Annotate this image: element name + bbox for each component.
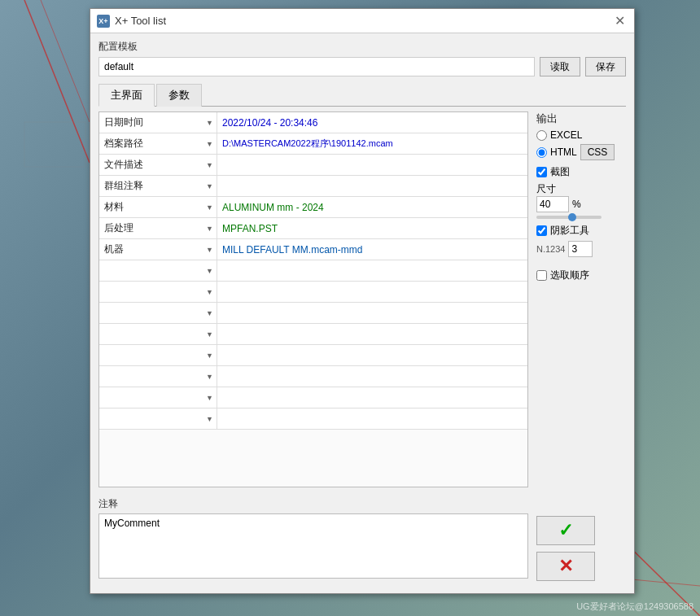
pct-label: % [572,199,581,210]
field-row-empty-8: ▼ [99,282,527,303]
field-row-material: 材料 ▼ ALUMINUM mm - 2024 [99,197,527,218]
field-row-group: 群组注释 ▼ [99,176,527,197]
field-value-postprocess: MPFAN.PST [222,223,278,234]
main-dialog: X+ X+ Tool list ✕ 配置模板 读取 保存 主界面 参数 [90,8,635,594]
capture-section: 截图 尺寸 % [536,165,626,219]
slider-container [536,216,626,219]
dropdown-arrow-path[interactable]: ▼ [206,140,213,148]
output-title: 输出 [536,111,626,126]
dropdown-arrow-date[interactable]: ▼ [206,119,213,127]
notes-textarea[interactable]: MyComment [98,513,528,579]
n1234-row: N.1234 [536,241,626,257]
ok-button[interactable]: ✓ [536,516,595,545]
select-order-label: 选取顺序 [550,269,589,282]
spacer [536,282,626,516]
excel-label: EXCEL [550,129,582,141]
size-slider[interactable] [536,216,602,219]
field-value-machine: MILL DEFAULT MM.mcam-mmd [222,244,362,256]
dropdown-arrow-13[interactable]: ▼ [206,394,213,402]
field-row-date: 日期时间 ▼ 2022/10/24 - 20:34:46 [99,112,527,133]
config-section: 配置模板 读取 保存 [98,40,626,76]
css-button[interactable]: CSS [580,144,615,160]
field-row-postprocess: 后处理 ▼ MPFAN.PST [99,218,527,239]
dropdown-arrow-10[interactable]: ▼ [206,330,213,339]
field-row-empty-7: ▼ [99,260,527,282]
field-row-empty-10: ▼ [99,324,527,345]
config-row: 读取 保存 [98,57,626,76]
cancel-icon: ✕ [558,556,573,577]
svg-line-0 [24,0,90,163]
field-value-material: ALUMINUM mm - 2024 [222,202,324,213]
dropdown-arrow-postprocess[interactable]: ▼ [206,225,213,233]
dropdown-arrow-11[interactable]: ▼ [206,352,213,360]
tabs: 主界面 参数 [98,83,626,107]
capture-label: 截图 [550,165,570,179]
dropdown-arrow-group[interactable]: ▼ [206,182,213,190]
shadow-label: 阴影工具 [550,224,589,238]
radio-html[interactable] [536,147,547,158]
config-input[interactable] [98,57,535,76]
read-button[interactable]: 读取 [540,57,580,76]
capture-checkbox[interactable] [536,167,547,177]
dialog-body: 配置模板 读取 保存 主界面 参数 日期 [90,33,634,593]
radio-row-html: HTML [536,146,577,158]
size-input[interactable] [536,196,569,212]
action-buttons: ✓ ✕ [536,516,626,581]
select-order-row: 选取顺序 [536,269,626,282]
checkbox-shadow-row: 阴影工具 [536,224,626,238]
dropdown-arrow-desc[interactable]: ▼ [206,161,213,169]
size-label-text: 尺寸 [536,182,626,196]
field-row-machine: 机器 ▼ MILL DEFAULT MM.mcam-mmd [99,239,527,260]
field-row-empty-13: ▼ [99,387,527,408]
field-row-empty-12: ▼ [99,366,527,387]
field-value-date: 2022/10/24 - 20:34:46 [222,117,317,129]
watermark: UG爱好者论坛@1249306588 [576,601,693,613]
title-bar-left: X+ X+ Tool list [97,15,166,28]
field-label-date: 日期时间 ▼ [99,112,217,133]
radio-excel[interactable] [536,130,547,141]
dropdown-arrow-14[interactable]: ▼ [206,415,213,423]
html-label: HTML [550,146,577,158]
shadow-checkbox[interactable] [536,225,547,236]
notes-section: 注释 MyComment [98,497,528,581]
tab-main[interactable]: 主界面 [98,84,155,107]
dropdown-arrow-8[interactable]: ▼ [206,288,213,296]
field-row-empty-9: ▼ [99,303,527,324]
html-css-row: HTML CSS [536,144,626,160]
ok-icon: ✓ [558,520,573,541]
dropdown-arrow-material[interactable]: ▼ [206,203,213,212]
save-button[interactable]: 保存 [585,57,626,76]
dropdown-arrow-machine[interactable]: ▼ [206,246,213,254]
cancel-button[interactable]: ✕ [536,552,595,581]
title-bar: X+ X+ Tool list ✕ [90,9,634,33]
select-order-checkbox[interactable] [536,270,547,281]
notes-label: 注释 [98,497,528,511]
output-section: 输出 EXCEL HTML CSS [536,111,626,160]
dialog-title: X+ Tool list [115,15,166,27]
n1234-label: N.1234 [536,244,565,254]
field-row-desc: 文件描述 ▼ [99,155,527,176]
close-button[interactable]: ✕ [611,13,628,29]
slider-thumb [568,213,576,221]
shadow-section: 阴影工具 N.1234 [536,224,626,257]
field-row-empty-14: ▼ [99,408,527,430]
field-row-empty-11: ▼ [99,345,527,366]
fields-area: 日期时间 ▼ 2022/10/24 - 20:34:46 档案路径 ▼ [98,111,528,487]
dialog-icon: X+ [97,15,110,28]
dropdown-arrow-9[interactable]: ▼ [206,309,213,317]
dropdown-arrow-7[interactable]: ▼ [206,267,213,275]
checkbox-capture-row: 截图 [536,165,626,179]
radio-row-excel: EXCEL [536,129,626,141]
field-row-path: 档案路径 ▼ D:\MASTERCAM2022程序\1901142.mcam [99,133,527,155]
config-label: 配置模板 [98,40,626,54]
tab-params[interactable]: 参数 [156,84,202,107]
n1234-input[interactable] [568,241,593,257]
field-value-path: D:\MASTERCAM2022程序\1901142.mcam [222,138,393,150]
svg-line-1 [41,0,90,122]
dropdown-arrow-12[interactable]: ▼ [206,373,213,381]
right-panel: 输出 EXCEL HTML CSS [536,111,626,581]
size-row: % [536,196,626,212]
